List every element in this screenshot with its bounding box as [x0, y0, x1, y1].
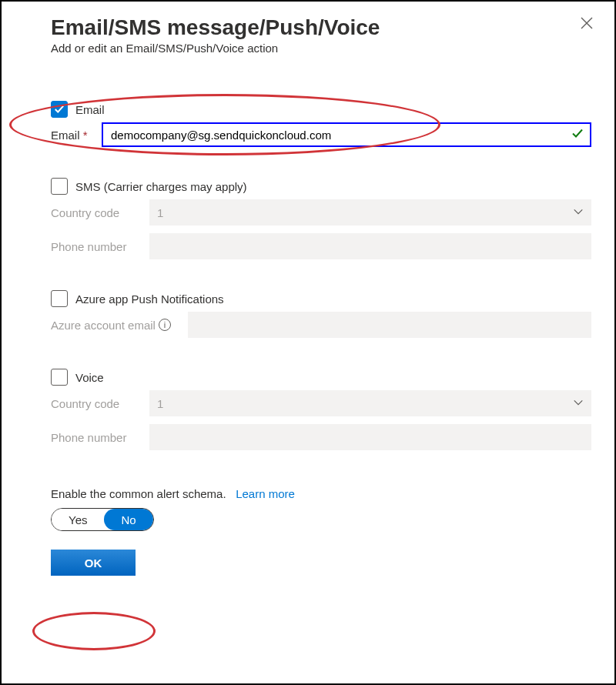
voice-country-code-select[interactable]: 1 [149, 390, 591, 416]
action-config-panel: Email/SMS message/Push/Voice Add or edit… [0, 0, 616, 685]
push-account-input[interactable] [188, 312, 591, 338]
schema-toggle: Yes No [51, 508, 154, 531]
voice-checkbox-label: Voice [75, 371, 104, 384]
required-marker: * [83, 129, 88, 142]
email-checkbox-label: Email [75, 103, 105, 116]
voice-section: Voice Country code 1 Phone number [25, 369, 591, 450]
push-checkbox-label: Azure app Push Notifications [75, 292, 224, 306]
voice-phone-label: Phone number [51, 431, 143, 444]
panel-subtitle: Add or edit an Email/SMS/Push/Voice acti… [25, 42, 380, 55]
sms-country-code-select[interactable]: 1 [149, 199, 591, 226]
push-account-label: Azure account email [51, 319, 156, 332]
ok-button[interactable]: OK [51, 550, 136, 576]
sms-phone-input[interactable] [149, 233, 591, 259]
email-input[interactable] [102, 122, 591, 147]
annotation-ellipse [32, 612, 156, 650]
sms-checkbox[interactable] [51, 178, 68, 195]
schema-toggle-yes[interactable]: Yes [52, 509, 104, 530]
learn-more-link[interactable]: Learn more [236, 487, 295, 500]
checkmark-icon [571, 128, 584, 142]
voice-phone-input[interactable] [149, 424, 591, 450]
email-field-label: Email [51, 129, 80, 142]
email-section: Email Email * [25, 101, 591, 147]
push-section: Azure app Push Notifications Azure accou… [25, 290, 591, 338]
voice-checkbox[interactable] [51, 369, 68, 386]
close-icon[interactable] [581, 17, 593, 29]
sms-phone-label: Phone number [51, 240, 143, 253]
sms-checkbox-label: SMS (Carrier charges may apply) [75, 180, 247, 193]
schema-toggle-no[interactable]: No [104, 509, 152, 530]
chevron-down-icon [573, 206, 584, 219]
email-checkbox[interactable] [51, 101, 68, 118]
schema-label: Enable the common alert schema. [51, 487, 226, 500]
chevron-down-icon [573, 397, 584, 410]
sms-country-code-label: Country code [51, 206, 143, 219]
schema-section: Enable the common alert schema. Learn mo… [25, 487, 591, 531]
push-checkbox[interactable] [51, 290, 68, 307]
panel-title: Email/SMS message/Push/Voice [25, 15, 380, 40]
voice-country-code-label: Country code [51, 397, 143, 410]
sms-country-code-value: 1 [157, 206, 163, 219]
sms-section: SMS (Carrier charges may apply) Country … [25, 178, 591, 259]
voice-country-code-value: 1 [157, 397, 163, 410]
info-icon[interactable]: i [159, 319, 171, 331]
